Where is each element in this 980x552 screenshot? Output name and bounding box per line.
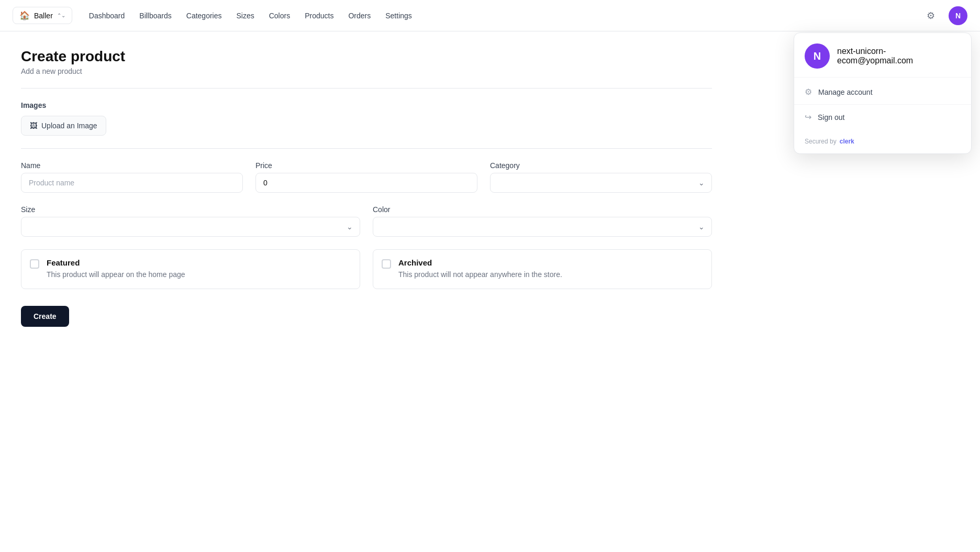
category-select-wrapper [490, 173, 712, 193]
nav-products[interactable]: Products [305, 12, 333, 20]
archived-title: Archived [398, 258, 562, 267]
nav-categories[interactable]: Categories [186, 12, 222, 20]
category-label: Category [490, 161, 712, 170]
sign-out-item[interactable]: ↪ Sign out [794, 107, 971, 127]
navbar: 🏠 Baller ⌃⌄ Dashboard Billboards Categor… [0, 0, 980, 31]
nav-links: Dashboard Billboards Categories Sizes Co… [89, 12, 412, 20]
archived-desc: This product will not appear anywhere in… [398, 269, 562, 280]
dropdown-footer: Secured by clerk [794, 131, 971, 145]
product-name-input[interactable] [21, 173, 243, 193]
upload-image-button[interactable]: 🖼 Upload an Image [21, 116, 106, 136]
color-select-wrapper [373, 217, 712, 237]
images-section-label: Images [21, 101, 712, 109]
featured-desc: This product will appear on the home pag… [47, 269, 185, 280]
dropdown-divider [794, 104, 971, 105]
user-avatar-button[interactable]: N [949, 6, 967, 25]
nav-colors[interactable]: Colors [269, 12, 290, 20]
user-dropdown: N next-unicorn-ecom@yopmail.com ⚙ Manage… [794, 32, 972, 154]
form-row-2: Size Color [21, 205, 712, 237]
store-icon: 🏠 [19, 10, 30, 20]
dropdown-menu: ⚙ Manage account ↪ Sign out [794, 78, 971, 131]
main-content: Create product Add a new product Images … [0, 31, 733, 344]
archived-card: Archived This product will not appear an… [373, 249, 712, 289]
upload-button-label: Upload an Image [41, 122, 97, 130]
page-subtitle: Add a new product [21, 67, 712, 75]
price-label: Price [255, 161, 477, 170]
dropdown-email: next-unicorn-ecom@yopmail.com [837, 47, 961, 65]
size-label: Size [21, 205, 360, 214]
header-divider [21, 88, 712, 89]
dropdown-user-info: N next-unicorn-ecom@yopmail.com [794, 43, 971, 78]
name-field-group: Name [21, 161, 243, 193]
category-select[interactable] [490, 173, 712, 193]
dropdown-avatar: N [805, 43, 830, 69]
images-divider [21, 148, 712, 149]
nav-sizes[interactable]: Sizes [236, 12, 254, 20]
category-field-group: Category [490, 161, 712, 193]
color-field-group: Color [373, 205, 712, 237]
price-input[interactable] [255, 173, 477, 193]
size-select[interactable] [21, 217, 360, 237]
color-select[interactable] [373, 217, 712, 237]
price-field-group: Price [255, 161, 477, 193]
sign-out-icon: ↪ [805, 112, 811, 122]
archived-checkbox[interactable] [382, 259, 391, 269]
name-label: Name [21, 161, 243, 170]
store-selector[interactable]: 🏠 Baller ⌃⌄ [13, 7, 72, 24]
archived-card-content: Archived This product will not appear an… [398, 258, 562, 280]
upload-icon: 🖼 [30, 122, 37, 130]
manage-account-label: Manage account [818, 88, 873, 96]
manage-account-item[interactable]: ⚙ Manage account [794, 82, 971, 102]
gear-icon: ⚙ [805, 87, 812, 97]
form-row-1: Name Price Category [21, 161, 712, 193]
chevron-down-icon: ⌃⌄ [57, 13, 65, 18]
checkbox-cards: Featured This product will appear on the… [21, 249, 712, 289]
nav-dashboard[interactable]: Dashboard [89, 12, 125, 20]
size-field-group: Size [21, 205, 360, 237]
theme-toggle-button[interactable]: ⚙ [921, 6, 940, 25]
color-label: Color [373, 205, 712, 214]
nav-billboards[interactable]: Billboards [139, 12, 171, 20]
featured-card: Featured This product will appear on the… [21, 249, 360, 289]
store-name: Baller [34, 12, 53, 20]
navbar-left: 🏠 Baller ⌃⌄ Dashboard Billboards Categor… [13, 7, 412, 24]
create-button[interactable]: Create [21, 306, 69, 327]
featured-card-content: Featured This product will appear on the… [47, 258, 185, 280]
navbar-right: ⚙ N [921, 6, 967, 25]
page-title: Create product [21, 48, 712, 65]
nav-orders[interactable]: Orders [348, 12, 371, 20]
clerk-label: clerk [840, 138, 854, 145]
sign-out-label: Sign out [818, 113, 844, 122]
size-select-wrapper [21, 217, 360, 237]
secured-by-label: Secured by [805, 138, 837, 145]
nav-settings[interactable]: Settings [385, 12, 412, 20]
featured-checkbox[interactable] [30, 259, 39, 269]
featured-title: Featured [47, 258, 185, 267]
